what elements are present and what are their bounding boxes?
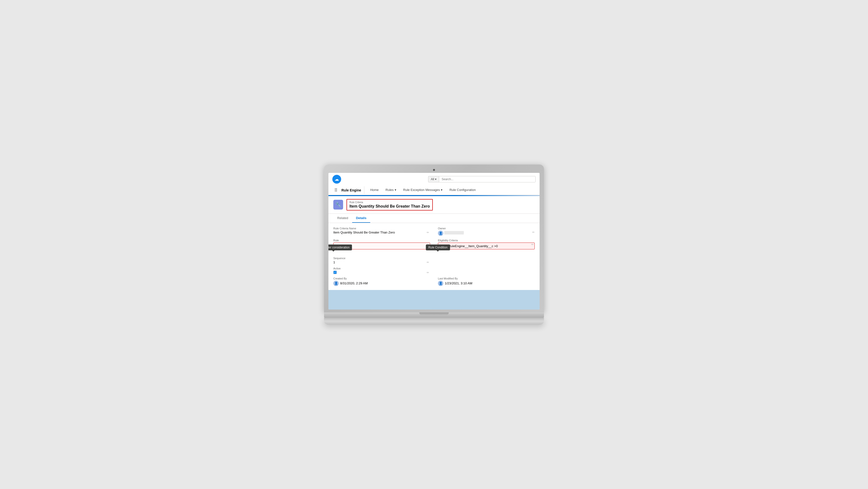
record-subtitle: Rule Criteria <box>349 201 430 204</box>
field-active: Active ✓ ✏ <box>333 267 430 274</box>
last-modified-label: Last Modified By <box>438 277 535 280</box>
created-by-label: Created By <box>333 277 430 280</box>
camera <box>433 169 435 171</box>
owner-avatar: 👤 <box>438 231 443 236</box>
search-input[interactable] <box>439 176 536 182</box>
cloud-icon: ☁ <box>335 176 339 182</box>
active-checkbox[interactable]: ✓ <box>333 271 337 274</box>
edit-criteria-name-icon[interactable]: ✏ <box>427 231 429 234</box>
active-label: Active <box>333 267 430 270</box>
header-top: ☁ All ▾ <box>329 173 539 185</box>
edit-owner-icon[interactable]: ✏ <box>532 231 535 234</box>
nav-item-rule-exceptions[interactable]: Rule Exception Messages ▾ <box>400 186 445 194</box>
record-title-block: Rule Criteria Item Quantity Should Be Gr… <box>346 199 433 210</box>
owner-value-block: 👤 ✏ <box>438 231 535 236</box>
screen-bezel: ☁ All ▾ ⠿ Rule Engine <box>324 165 544 313</box>
nav-item-rules[interactable]: Rules ▾ <box>383 186 399 194</box>
detail-grid: Rule Criteria Name Item Quantity Should … <box>333 227 535 286</box>
owner-label: Owner <box>438 227 535 230</box>
app-name: Rule Engine <box>340 186 364 194</box>
sequence-label: Sequence <box>333 257 430 260</box>
laptop-hinge <box>419 313 449 315</box>
sequence-value: 1 <box>333 260 430 264</box>
eligibility-criteria-label: Eligibility Criteria <box>438 239 535 242</box>
last-modified-value-row: 👤 1/23/2021, 3:10 AM <box>438 281 535 286</box>
nav-item-rule-config[interactable]: Rule Configuration <box>446 186 479 194</box>
rule-tooltip-box: Rule under consideration <box>329 244 352 250</box>
nav-rules-label: Rules <box>385 188 394 192</box>
edit-eligibility-icon[interactable]: ✏ <box>531 243 534 246</box>
column-spacer <box>438 257 535 264</box>
field-rule: Rule RL-000001 Rule under consideration <box>333 239 430 254</box>
tab-details[interactable]: Details <box>352 214 370 223</box>
rules-dropdown-icon: ▾ <box>395 188 396 192</box>
laptop-shell: ☁ All ▾ ⠿ Rule Engine <box>324 165 544 325</box>
nav-item-home[interactable]: Home <box>367 186 382 194</box>
detail-panel: Rule Criteria Name Item Quantity Should … <box>329 223 539 290</box>
navigation-bar: ⠿ Rule Engine Home Rules ▾ Rule Exceptio… <box>329 185 539 195</box>
rule-criteria-name-value: Item Quantity Should Be Greater Than Zer… <box>333 231 430 234</box>
search-bar: All ▾ <box>428 176 536 182</box>
field-sequence: Sequence 1 ✏ <box>333 257 430 264</box>
record-header: 🔧 Rule Criteria Item Quantity Should Be … <box>329 196 539 214</box>
salesforce-header: ☁ All ▾ ⠿ Rule Engine <box>329 173 539 195</box>
rule-label: Rule <box>333 239 430 242</box>
nav-rule-exceptions-label: Rule Exception Messages <box>403 188 440 192</box>
tab-bar: Related Details <box>329 214 539 223</box>
wrench-icon: 🔧 <box>335 202 341 208</box>
record-type-icon: 🔧 <box>333 200 343 209</box>
record-title: Item Quantity Should Be Greater Than Zer… <box>349 204 430 208</box>
nav-rule-config-label: Rule Configuration <box>450 188 476 192</box>
search-scope-label: All <box>431 177 434 181</box>
rule-criteria-name-label: Rule Criteria Name <box>333 227 430 230</box>
field-created-by: Created By 👤 8/31/2020, 2:29 AM <box>333 277 430 286</box>
edit-sequence-icon[interactable]: ✏ <box>427 261 429 264</box>
field-owner: Owner 👤 ✏ <box>438 227 535 236</box>
footer-area <box>329 290 539 310</box>
salesforce-logo: ☁ <box>332 175 341 183</box>
field-eligibility-criteria: Eligibility Criteria EPAMRuleEngine__Ite… <box>438 239 535 254</box>
created-by-date: 8/31/2020, 2:29 AM <box>340 281 368 285</box>
search-scope-selector[interactable]: All ▾ <box>428 176 439 182</box>
field-rule-criteria-name: Rule Criteria Name Item Quantity Should … <box>333 227 430 236</box>
created-by-value-row: 👤 8/31/2020, 2:29 AM <box>333 281 430 286</box>
app-launcher-icon[interactable]: ⠿ <box>332 185 339 195</box>
created-by-avatar: 👤 <box>333 281 339 286</box>
screen: ☁ All ▾ ⠿ Rule Engine <box>329 173 539 310</box>
owner-name-placeholder <box>444 231 464 234</box>
field-last-modified: Last Modified By 👤 1/23/2021, 3:10 AM <box>438 277 535 286</box>
tab-related[interactable]: Related <box>333 214 352 223</box>
eligibility-tooltip-box: Rule Condition <box>426 244 450 250</box>
edit-active-icon[interactable]: ✏ <box>427 271 429 274</box>
laptop-bottom <box>324 318 544 325</box>
laptop-base <box>324 313 544 318</box>
nav-home-label: Home <box>370 188 379 192</box>
column-spacer-2 <box>438 267 535 274</box>
eligibility-criteria-highlighted: EPAMRuleEngine__Item_Quantity__c >0 <box>438 242 535 250</box>
rule-exceptions-dropdown-icon: ▾ <box>441 188 442 192</box>
last-modified-avatar: 👤 <box>438 281 443 286</box>
last-modified-date: 1/23/2021, 3:10 AM <box>445 281 472 285</box>
chevron-down-icon: ▾ <box>435 177 436 181</box>
